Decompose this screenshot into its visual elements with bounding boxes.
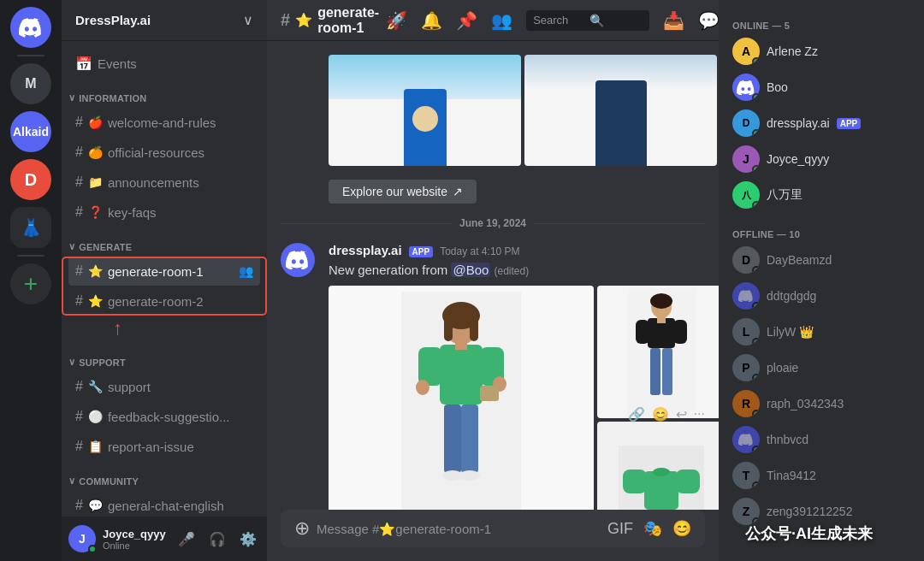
channel-faqs[interactable]: # ❓ key-faqs — [68, 198, 260, 227]
member-avatar-raph: R — [732, 390, 760, 417]
microphone-button[interactable]: 🎤 — [173, 525, 200, 552]
category-community[interactable]: ∨ COMMUNITY — [62, 462, 267, 490]
fashion-image-main — [329, 286, 594, 510]
more-actions-icon[interactable]: ··· — [694, 406, 705, 422]
category-information[interactable]: ∨ INFORMATION — [62, 79, 267, 107]
member-lilyw[interactable]: L LilyW 👑 — [726, 315, 917, 349]
hash-icon: # — [75, 145, 83, 160]
icon-bar-separator-2 — [17, 255, 44, 257]
channel-support[interactable]: # 🔧 support — [68, 372, 260, 401]
threads-icon[interactable]: 💬 — [698, 10, 720, 31]
member-avatar-boo — [732, 74, 760, 101]
date-label: June 19, 2024 — [459, 217, 526, 229]
hash-icon: # — [75, 263, 83, 279]
reaction-icon[interactable]: 😊 — [652, 406, 669, 422]
hash-icon: # — [75, 439, 83, 454]
header-actions: 🚀 🔔 📌 👥 Search 🔍 📥 💬 ❓ — [386, 10, 755, 31]
chat-messages: Explore our website ↗ June 19, 2024 d — [267, 41, 719, 510]
member-name-boo: Boo — [767, 80, 788, 94]
member-ploaie[interactable]: P ploaie — [726, 351, 917, 385]
attach-button[interactable]: ⊕ — [294, 517, 310, 540]
current-user-info: Joyce_qyyy Online — [103, 528, 166, 551]
member-thnbvcd[interactable]: thnbvcd — [726, 422, 917, 457]
headphones-button[interactable]: 🎧 — [204, 525, 231, 552]
server-icon-alkaid[interactable]: Alkaid — [10, 111, 51, 152]
hash-icon: # — [75, 174, 83, 190]
discord-home-button[interactable] — [10, 7, 51, 48]
message-input[interactable] — [317, 522, 601, 536]
current-user-status: Online — [103, 540, 166, 551]
svg-rect-11 — [444, 405, 461, 473]
boost-icon[interactable]: 🚀 — [386, 10, 407, 31]
member-name-zeng: zeng391212252 — [767, 505, 852, 518]
channel-resources[interactable]: # 🍊 official-resources — [68, 138, 260, 167]
hash-symbol: # — [281, 10, 290, 30]
channel-generate-room-2[interactable]: # ⭐ generate-room-2 — [68, 286, 260, 316]
status-dot — [752, 165, 760, 173]
member-zeng[interactable]: Z zeng391212252 — [726, 494, 917, 529]
members-icon[interactable]: 👥 — [491, 10, 512, 31]
member-name-tina: Tina9412 — [767, 469, 816, 482]
member-tina[interactable]: T Tina9412 — [726, 458, 917, 493]
channel-events[interactable]: 📅 Events — [68, 49, 260, 78]
message-content: dressplay.ai APP Today at 4:10 PM New ge… — [329, 243, 614, 510]
member-dressplay[interactable]: D dressplay.ai APP — [726, 106, 917, 140]
fashion-image-grid — [329, 286, 614, 510]
reply-icon[interactable]: ↩ — [676, 406, 687, 422]
svg-rect-12 — [461, 405, 478, 473]
member-ddtgdgdg[interactable]: ddtgdgdg — [726, 279, 917, 313]
member-raph[interactable]: R raph_0342343 — [726, 387, 917, 421]
search-bar[interactable]: Search 🔍 — [526, 10, 649, 31]
message-input-icons: GIF 🎭 😊 — [607, 519, 691, 538]
link-icon[interactable]: 🔗 — [628, 406, 645, 422]
add-server-button[interactable]: + — [10, 263, 51, 304]
inbox-icon[interactable]: 📥 — [663, 10, 684, 31]
message-input-box: ⊕ GIF 🎭 😊 — [281, 510, 705, 547]
app-badge-member: APP — [837, 118, 862, 129]
emoji-button[interactable]: 😊 — [672, 519, 691, 538]
svg-rect-5 — [440, 345, 483, 405]
server-name: DressPlay.ai — [75, 13, 151, 27]
member-name-daybeamzd: DayBeamzd — [767, 253, 832, 267]
channel-general[interactable]: # 💬 general-chat-english — [68, 491, 260, 517]
hash-icon: # — [75, 204, 83, 220]
svg-point-8 — [416, 380, 429, 395]
message-author: dressplay.ai — [329, 243, 402, 257]
red-arrow-annotation: ↑ — [62, 317, 267, 340]
member-boo[interactable]: Boo — [726, 70, 917, 104]
member-daybeamzd[interactable]: D DayBeamzd — [726, 243, 917, 277]
server-icon-m[interactable]: M — [10, 63, 51, 104]
member-name-ddtgdgdg: ddtgdgdg — [767, 289, 816, 303]
member-name-joyce: Joyce_qyyy — [767, 152, 829, 166]
member-name-arlene: Arlene Zz — [767, 44, 818, 58]
member-avatar-thnbvcd — [732, 426, 760, 453]
status-dot — [752, 410, 760, 417]
sticker-button[interactable]: 🎭 — [643, 519, 662, 538]
member-joyce[interactable]: J Joyce_qyyy — [726, 142, 917, 176]
svg-rect-3 — [444, 316, 453, 341]
channel-announcements[interactable]: # 📁 announcements — [68, 168, 260, 197]
server-icon-d[interactable]: D — [10, 159, 51, 200]
app-badge: APP — [409, 246, 434, 257]
chevron-down-icon: ∨ — [243, 12, 253, 28]
channel-report[interactable]: # 📋 report-an-issue — [68, 432, 260, 461]
svg-point-14 — [459, 470, 480, 481]
explore-website-button-top[interactable]: Explore our website ↗ — [329, 180, 477, 204]
settings-button[interactable]: ⚙️ — [234, 525, 262, 552]
channel-generate-room-1[interactable]: # ⭐ generate-room-1 👥 — [68, 257, 260, 286]
member-bawanli[interactable]: 八 八万里 — [726, 178, 917, 212]
server-header[interactable]: DressPlay.ai ∨ — [62, 0, 267, 41]
current-user-avatar: J — [68, 525, 96, 552]
server-icon-dressplay[interactable]: 👗 — [10, 207, 51, 248]
bell-icon[interactable]: 🔔 — [421, 10, 442, 31]
channel-welcome[interactable]: # 🍎 welcome-and-rules — [68, 108, 260, 137]
status-dot — [752, 201, 760, 209]
icon-bar-separator — [17, 55, 44, 56]
member-arlene[interactable]: A Arlene Zz — [726, 34, 917, 68]
category-generate[interactable]: ∨ GENERATE — [62, 227, 267, 256]
gif-button[interactable]: GIF — [607, 520, 633, 538]
channel-feedback[interactable]: # ⚪ feedback-suggestio... — [68, 402, 260, 431]
category-support[interactable]: ∨ SUPPORT — [62, 343, 267, 371]
search-placeholder: Search — [533, 14, 586, 27]
pin-icon[interactable]: 📌 — [456, 10, 477, 31]
